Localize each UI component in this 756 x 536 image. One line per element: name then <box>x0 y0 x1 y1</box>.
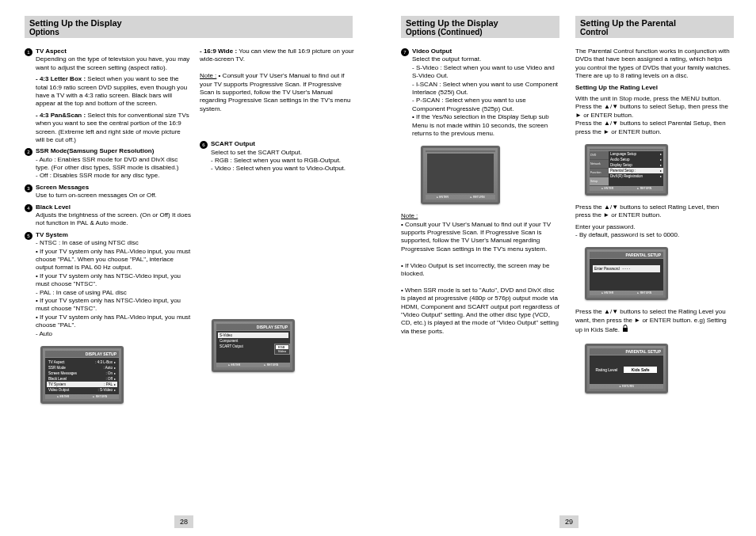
svg-rect-0 <box>623 328 628 332</box>
setup-sidebar: DVDNetworkFunctionSetup <box>590 151 609 186</box>
sidebar-item: Network <box>590 160 609 169</box>
menu-title <box>426 150 495 152</box>
header-line2: Control <box>580 28 729 36</box>
step-num-2: 2 <box>25 148 32 156</box>
password-menu: PARENTAL SETUP Enter Password - - - - EN… <box>585 247 668 300</box>
parental-intro: The Parental Control function works in c… <box>575 48 734 81</box>
menu-row: Component <box>218 338 288 344</box>
menu-title <box>590 149 663 150</box>
step-text-7: Video Output Select the output format. -… <box>412 48 559 138</box>
menu-row: TV System: PAL▸ <box>47 382 117 387</box>
step-num-4: 4 <box>25 204 32 212</box>
menu-row: Black Level: Off▸ <box>47 376 117 382</box>
header-line1: Setting Up the Display <box>406 18 555 28</box>
parental-lock-title: Setting Up the Rating Level <box>575 84 734 92</box>
sidebar-item: Function <box>590 169 609 177</box>
menu-row: Screen Messages: On▸ <box>47 371 117 376</box>
parental-s6: Press the ▲/▼ buttons to select the Rati… <box>575 308 734 335</box>
menu-row: DivX(R) Registration▸ <box>609 173 663 179</box>
lock-icon <box>621 325 629 335</box>
menu-row: SSR Mode: Auto▸ <box>47 365 117 371</box>
parental-s4: Press the ▲/▼ buttons to select Rating L… <box>575 203 734 220</box>
menu-row: Parental Setup :▸ <box>609 168 663 173</box>
menu-footer: ENTER RETURN <box>426 195 495 200</box>
header-line1: Setting Up the Parental <box>580 18 729 28</box>
parental-s5: Enter your password. - By default, passw… <box>575 223 734 240</box>
menu-row: S-Video <box>218 333 288 338</box>
step-7: 7 Video Output Select the output format.… <box>401 48 559 138</box>
parental-steps: With the unit in Stop mode, press the ME… <box>575 95 734 136</box>
menu-title: PARENTAL SETUP <box>590 348 663 355</box>
step-3: 3 Screen Messages Use to turn on-screen … <box>25 184 191 200</box>
menu-row: Language Setup▸ <box>609 151 663 157</box>
step-1: 1 TV Aspect Depending on the type of tel… <box>25 48 191 72</box>
step-num-3: 3 <box>25 184 32 192</box>
step-text-2: SSR Mode(Samsung Super Resolution) - Aut… <box>36 147 191 181</box>
menu-footer: ENTER RETURN <box>45 394 119 399</box>
lbox-item: - 4:3 Letter Box : Select when you want … <box>25 75 191 108</box>
scart-menu: DISPLAY SETUP S-VideoComponentSCART Outp… <box>212 319 295 372</box>
menu-row: Display Setup▸ <box>609 162 663 168</box>
menu-row: Audio Setup▸ <box>609 157 663 162</box>
display-setup-menu: DISPLAY SETUP TV Aspect: 4:3 L-Box▸SSR M… <box>40 346 124 404</box>
menu-row: Video Output: S-Video▸ <box>47 387 117 393</box>
password-box: Enter Password - - - - <box>593 265 660 272</box>
rating-menu: PARENTAL SETUP Rating Level Kids Safe RE… <box>585 344 668 393</box>
header-line2: Options (Continued) <box>406 28 555 36</box>
step-num-5: 5 <box>25 232 32 240</box>
step-text-5: TV System - NTSC : In case of using NTSC… <box>36 231 191 338</box>
step-2: 2 SSR Mode(Samsung Super Resolution) - A… <box>25 147 191 181</box>
setup-menu: DVDNetworkFunctionSetup Language Setup▸A… <box>585 144 668 196</box>
step-text-1: TV Aspect Depending on the type of telev… <box>36 48 191 72</box>
menu-footer: ENTER RETURN <box>590 186 663 191</box>
page-number-left: 28 <box>174 515 193 528</box>
menu-title: DISPLAY SETUP <box>216 324 290 330</box>
menu-footer: RETURN <box>590 384 663 389</box>
menu-footer: ENTER RETURN <box>216 363 290 367</box>
scart-submenu: RGB Video <box>274 344 290 355</box>
video-out-menu: ENTER RETURN <box>421 146 500 204</box>
blank-screen <box>427 154 494 193</box>
step-text-4: Black Level Adjusts the brightness of th… <box>36 203 191 228</box>
menu-row: TV Aspect: 4:3 L-Box▸ <box>47 359 117 365</box>
sidebar-item: Setup <box>590 177 609 186</box>
step-num-1: 1 <box>25 48 32 56</box>
menu-footer: ENTER RETURN <box>590 291 663 295</box>
sidebar-item: DVD <box>590 151 609 160</box>
setup-main: Language Setup▸Audio Setup▸Display Setup… <box>609 151 663 186</box>
step-4: 4 Black Level Adjusts the brightness of … <box>25 203 191 228</box>
parental-header: Setting Up the Parental Control <box>575 16 734 38</box>
step-num-7: 7 <box>401 48 409 56</box>
step-num-6: 6 <box>200 141 208 149</box>
menu-title: DISPLAY SETUP <box>45 351 119 357</box>
display-cont-header: Setting Up the Display Options (Continue… <box>401 16 559 38</box>
wide-item: - 16:9 Wide : You can view the full 16:9… <box>200 48 354 113</box>
step-text-3: Screen Messages Use to turn on-screen me… <box>36 184 157 200</box>
step-text-6: SCART Output Select to set the SCART Out… <box>211 140 346 173</box>
page-number-right: 29 <box>559 515 578 528</box>
step-5: 5 TV System - NTSC : In case of using NT… <box>25 231 191 338</box>
menu-title: PARENTAL SETUP <box>590 252 663 258</box>
note-label: Note : <box>200 72 216 79</box>
pscan-item: - 4:3 Pan&Scan : Select this for convent… <box>25 112 191 145</box>
step-6: 6 SCART Output Select to set the SCART O… <box>200 140 354 173</box>
note-block: Note : • Consult your TV User's Manual t… <box>401 212 559 336</box>
rating-row: Rating Level Kids Safe <box>591 357 662 382</box>
